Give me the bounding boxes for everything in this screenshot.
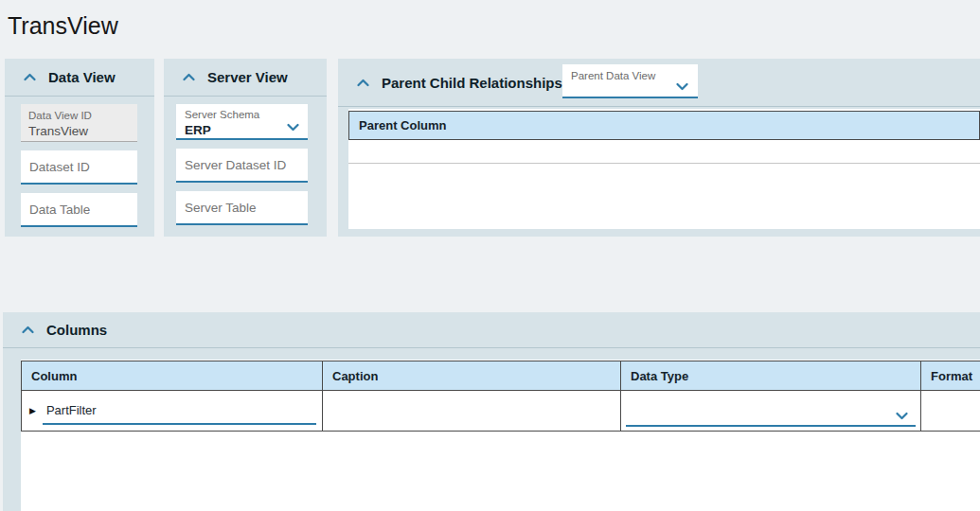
data-view-id-label: Data View ID bbox=[28, 109, 130, 123]
data-view-id-field: Data View ID TransView bbox=[21, 104, 137, 142]
parent-child-title: Parent Child Relationships bbox=[382, 75, 562, 91]
dataset-id-input[interactable] bbox=[21, 150, 137, 185]
server-schema-value: ERP bbox=[185, 123, 300, 137]
chevron-up-icon bbox=[24, 73, 36, 81]
parent-child-collapse-header[interactable]: Parent Child Relationships Parent Data V… bbox=[338, 59, 980, 107]
chevron-up-icon bbox=[183, 73, 195, 81]
column-header-format[interactable]: Format bbox=[921, 361, 980, 391]
data-table-input[interactable] bbox=[21, 193, 137, 227]
cell-format[interactable] bbox=[921, 391, 980, 432]
column-header-column[interactable]: Column bbox=[22, 361, 323, 391]
cell-caption[interactable] bbox=[323, 391, 621, 432]
columns-table: Column Caption Data Type Format ▶ bbox=[21, 361, 980, 432]
data-view-title: Data View bbox=[48, 69, 116, 85]
panel-parent-child-relationships: Parent Child Relationships Parent Data V… bbox=[338, 59, 980, 237]
chevron-up-icon bbox=[22, 326, 34, 334]
server-view-collapse-header[interactable]: Server View bbox=[164, 59, 327, 97]
data-type-select[interactable] bbox=[626, 396, 916, 427]
server-schema-label: Server Schema bbox=[185, 108, 300, 122]
server-table-input[interactable] bbox=[176, 191, 308, 225]
page-title: TransView bbox=[8, 12, 118, 40]
columns-table-header-row: Column Caption Data Type Format bbox=[22, 361, 980, 391]
server-dataset-id-input[interactable] bbox=[176, 149, 308, 183]
server-view-title: Server View bbox=[207, 69, 288, 85]
panel-data-view: Data View Data View ID TransView bbox=[5, 59, 154, 237]
column-header-datatype[interactable]: Data Type bbox=[621, 361, 921, 391]
columns-collapse-header[interactable]: Columns bbox=[3, 312, 980, 348]
server-schema-select[interactable]: Server Schema ERP bbox=[176, 104, 308, 140]
cell-datatype bbox=[621, 391, 921, 432]
column-name-input[interactable] bbox=[43, 396, 316, 425]
parent-column-header[interactable]: Parent Column bbox=[348, 111, 980, 140]
current-row-marker-icon: ▶ bbox=[29, 407, 36, 415]
cell-column: ▶ bbox=[22, 391, 323, 432]
parent-column-empty-row[interactable] bbox=[348, 140, 980, 164]
columns-grid: Column Caption Data Type Format ▶ bbox=[21, 360, 980, 511]
chevron-down-icon bbox=[896, 412, 908, 420]
chevron-down-icon bbox=[287, 123, 299, 132]
data-view-id-value: TransView bbox=[28, 123, 130, 141]
data-view-collapse-header[interactable]: Data View bbox=[5, 59, 154, 97]
table-row: ▶ bbox=[22, 391, 980, 432]
chevron-down-icon bbox=[676, 82, 688, 91]
panel-columns: Columns Column Caption Data Type Format bbox=[3, 312, 980, 511]
parent-data-view-label: Parent Data View bbox=[562, 64, 698, 83]
panel-server-view: Server View Server Schema ERP bbox=[164, 59, 327, 237]
chevron-up-icon bbox=[357, 79, 369, 87]
column-header-caption[interactable]: Caption bbox=[323, 361, 621, 391]
parent-child-grid: Parent Column bbox=[348, 109, 980, 229]
parent-data-view-select[interactable]: Parent Data View bbox=[562, 64, 698, 98]
columns-title: Columns bbox=[46, 322, 107, 338]
